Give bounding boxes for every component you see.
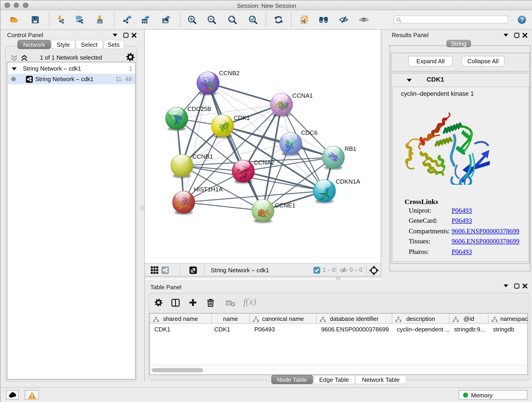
svg-text:CCNE1: CCNE1 xyxy=(275,202,295,209)
svg-text:?: ? xyxy=(520,17,524,23)
svg-text:RB1: RB1 xyxy=(345,145,356,152)
svg-text:CDC25B: CDC25B xyxy=(187,105,211,112)
svg-text:CCNA2: CCNA2 xyxy=(254,159,274,166)
svg-text:CDC6: CDC6 xyxy=(301,129,317,136)
svg-text:CCNB2: CCNB2 xyxy=(219,70,239,76)
svg-text:CCNA1: CCNA1 xyxy=(292,92,313,99)
svg-text:HIST1H1A: HIST1H1A xyxy=(194,186,223,192)
svg-text:CCNB1: CCNB1 xyxy=(192,153,213,160)
svg-text:CDKN1A: CDKN1A xyxy=(336,178,360,185)
svg-text:CDK1: CDK1 xyxy=(234,114,250,121)
